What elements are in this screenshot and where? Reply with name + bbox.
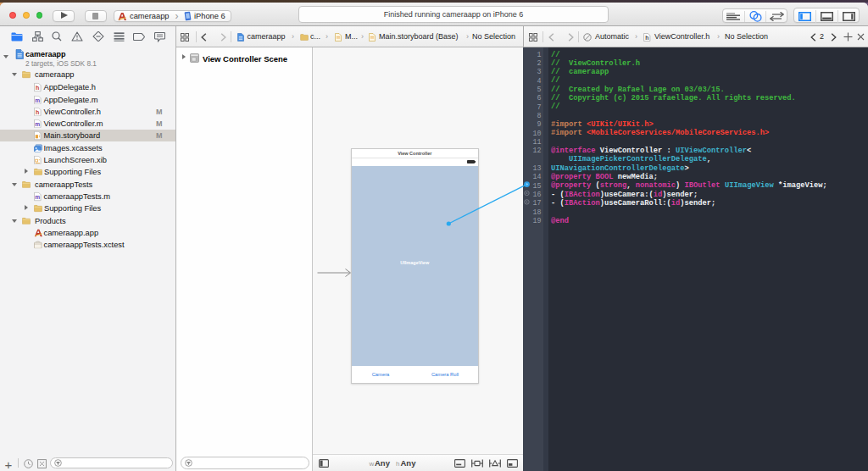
svg-text:m: m <box>35 97 40 103</box>
svg-text:m: m <box>35 194 40 200</box>
svg-text:h: h <box>645 35 648 41</box>
svg-text:h: h <box>36 109 39 116</box>
svg-text:m: m <box>35 121 40 127</box>
svg-text:h: h <box>36 86 39 92</box>
